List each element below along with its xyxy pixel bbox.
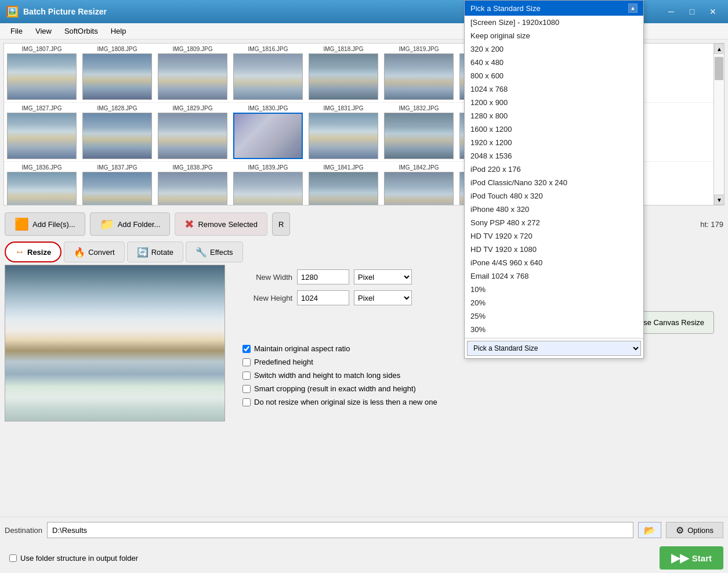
list-item[interactable]: IMG_1816.JPG: [230, 44, 306, 102]
no-resize-checkbox[interactable]: [242, 398, 251, 406]
scrollbar-track: [714, 54, 724, 194]
predefined-height-row: Predefined height: [240, 358, 714, 366]
list-item[interactable]: IMG_1832.JPG: [381, 103, 457, 161]
switch-wh-row: Switch width and height to match long si…: [240, 371, 714, 380]
bottom-section: Destination 📂 ⚙ Options Use folder struc…: [0, 517, 728, 573]
thumbnail: [233, 172, 303, 205]
menu-softorbits[interactable]: SoftOrbits: [59, 24, 104, 38]
thumbnail: [459, 53, 529, 100]
maintain-aspect-checkbox[interactable]: [242, 345, 251, 353]
convert-icon: 🔥: [74, 247, 85, 258]
options-panel: New Width Pixel % cm inch New Height Pix…: [231, 265, 723, 517]
menu-help[interactable]: Help: [105, 24, 132, 38]
switch-wh-checkbox[interactable]: [242, 372, 251, 380]
content-area: New Width Pixel % cm inch New Height Pix…: [0, 265, 728, 517]
resize-icon: ↔: [15, 247, 24, 257]
list-item[interactable]: IMG_1839.JPG: [230, 162, 306, 205]
close-button[interactable]: ✕: [704, 3, 722, 20]
list-item[interactable]: IMG_1838.JPG: [155, 162, 230, 205]
maintain-aspect-label: Maintain original aspect ratio: [254, 344, 350, 353]
gear-icon: ⚙: [676, 525, 684, 536]
thumbnail: [7, 113, 77, 159]
destination-input[interactable]: [47, 522, 633, 538]
app-title: Batch Picture Resizer: [23, 7, 657, 16]
height-row: New Height Pixel % cm inch: [240, 290, 714, 305]
maximize-button[interactable]: □: [683, 3, 701, 20]
new-width-input[interactable]: [297, 269, 349, 284]
list-item[interactable]: IMG_1818.JPG: [306, 44, 381, 102]
list-item[interactable]: IMG_1829.JPG: [155, 103, 230, 161]
list-item[interactable]: IMG_1828.JPG: [79, 103, 155, 161]
new-height-input[interactable]: [297, 290, 349, 305]
add-folder-button[interactable]: 📁 Add Folder...: [90, 212, 171, 236]
list-item[interactable]: IMG_1827.JPG: [4, 103, 79, 161]
list-item[interactable]: IMG_1841.JPG: [306, 162, 381, 205]
maintain-aspect-row: Maintain original aspect ratio: [240, 344, 714, 353]
preview-panel: [5, 265, 231, 517]
smart-crop-row: Smart cropping (result in exact width an…: [240, 384, 714, 393]
thumbnail: [233, 53, 303, 100]
predefined-height-label: Predefined height: [254, 358, 313, 366]
gallery-scroll: IMG_1807.JPG IMG_1808.JPG IMG_1809.JPG I…: [4, 44, 724, 205]
title-bar: 🖼️ Batch Picture Resizer ─ □ ✕: [0, 0, 728, 23]
browse-button[interactable]: 📂: [638, 522, 661, 538]
thumbnail: [459, 172, 529, 205]
list-item[interactable]: IMG_...: [457, 103, 532, 161]
new-width-label: New Width: [240, 273, 292, 282]
tab-convert[interactable]: 🔥 Convert: [64, 242, 125, 262]
add-files-button[interactable]: 🟧 Add File(s)...: [5, 212, 85, 236]
list-item[interactable]: IMG_1809.JPG: [155, 44, 230, 102]
tabs-area: ↔ Resize 🔥 Convert 🔄 Rotate 🔧 Effects: [0, 239, 728, 265]
menu-view[interactable]: View: [30, 24, 57, 38]
start-button[interactable]: ▶▶ Start: [660, 546, 723, 570]
app-icon: 🖼️: [6, 5, 19, 18]
thumbnail: [158, 113, 227, 159]
thumbnail: [82, 53, 152, 100]
smart-crop-label: Smart cropping (result in exact width an…: [254, 384, 416, 393]
tab-rotate[interactable]: 🔄 Rotate: [127, 242, 183, 262]
window-controls: ─ □ ✕: [662, 3, 722, 20]
list-item[interactable]: IMG_1808.JPG: [79, 44, 155, 102]
destination-bar: Destination 📂 ⚙ Options: [0, 517, 728, 543]
thumbnail: [233, 113, 303, 159]
thumbnail: [459, 113, 529, 159]
gallery-row-2: IMG_1827.JPG IMG_1828.JPG IMG_1829.JPG I…: [4, 103, 724, 162]
canvas-resize-button[interactable]: 🖼 Use Canvas Resize: [614, 311, 714, 334]
gallery-scrollbar: ▲ ▼: [713, 44, 724, 205]
width-unit-select[interactable]: Pixel % cm inch: [354, 269, 412, 284]
main-container: IMG_1807.JPG IMG_1808.JPG IMG_1809.JPG I…: [0, 39, 728, 573]
preview-image: [5, 265, 225, 421]
tab-effects[interactable]: 🔧 Effects: [186, 242, 243, 262]
minimize-button[interactable]: ─: [662, 3, 680, 20]
list-item[interactable]: IMG_1807.JPG: [4, 44, 79, 102]
folder-structure-checkbox[interactable]: [9, 554, 17, 562]
list-item[interactable]: IMG_1831.JPG: [306, 103, 381, 161]
more-button[interactable]: R: [272, 212, 290, 236]
gallery-row-1: IMG_1807.JPG IMG_1808.JPG IMG_1809.JPG I…: [4, 44, 724, 103]
thumbnail: [82, 113, 152, 159]
folder-icon: 📁: [100, 217, 114, 231]
scroll-up-button[interactable]: ▲: [714, 44, 725, 54]
remove-icon: ✖: [184, 217, 194, 231]
list-item[interactable]: IMG_...: [457, 44, 532, 102]
predefined-height-checkbox[interactable]: [242, 358, 251, 366]
thumbnail: [384, 172, 454, 205]
more-icon: R: [278, 220, 284, 229]
scrollbar-thumb[interactable]: [715, 57, 723, 80]
width-row: New Width Pixel % cm inch: [240, 269, 714, 284]
tab-resize[interactable]: ↔ Resize: [5, 242, 61, 262]
thumbnail: [384, 113, 454, 159]
list-item[interactable]: IMG_1842.JPG: [381, 162, 457, 205]
remove-selected-button[interactable]: ✖ Remove Selected: [175, 212, 267, 236]
menu-file[interactable]: File: [5, 24, 28, 38]
height-unit-select[interactable]: Pixel % cm inch: [354, 290, 412, 305]
smart-crop-checkbox[interactable]: [242, 385, 251, 393]
scroll-down-button[interactable]: ▼: [714, 194, 725, 205]
list-item[interactable]: IMG_1830.JPG: [230, 103, 306, 161]
menu-bar: File View SoftOrbits Help: [0, 23, 728, 39]
list-item[interactable]: IMG_1819.JPG: [381, 44, 457, 102]
list-item[interactable]: IMG_1837.JPG: [79, 162, 155, 205]
list-item[interactable]: IMG_1836.JPG: [4, 162, 79, 205]
options-button[interactable]: ⚙ Options: [666, 522, 723, 538]
list-item[interactable]: IMG_...: [457, 162, 532, 205]
